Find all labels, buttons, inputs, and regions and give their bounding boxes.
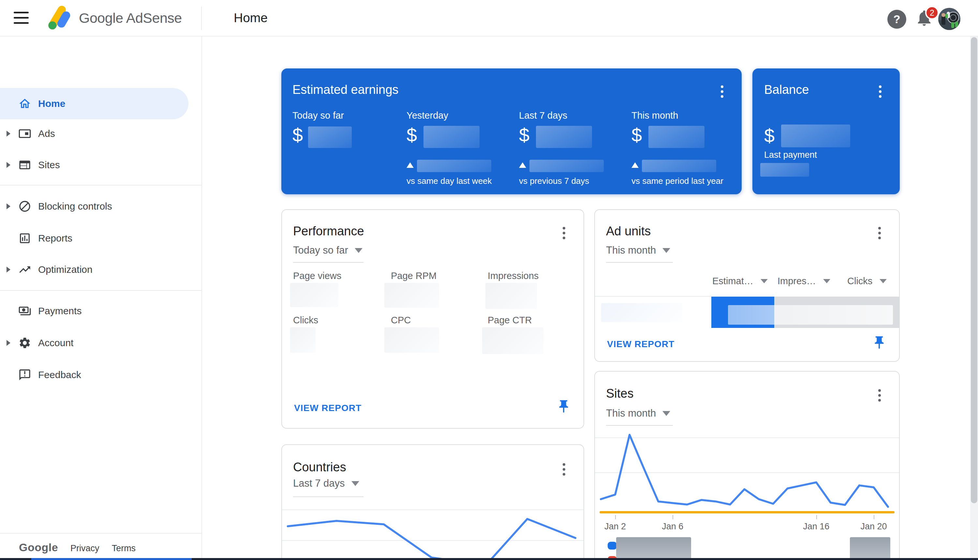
terms-link[interactable]: Terms: [112, 543, 136, 553]
redacted-legend-value: [850, 537, 890, 560]
chevron-right-icon: [7, 131, 10, 137]
chevron-down-icon: [662, 248, 670, 253]
x-tick-label: Jan 20: [860, 522, 887, 532]
sites-line-chart: [601, 435, 888, 512]
more-options-icon[interactable]: [872, 225, 887, 244]
sidebar-item-blocking-controls[interactable]: Blocking controls: [0, 191, 202, 222]
comparison-note: vs previous 7 days: [519, 176, 589, 186]
ads-icon: [18, 127, 31, 140]
redacted-metric-value: [290, 327, 316, 353]
sort-column-estimated[interactable]: Estimat…: [712, 276, 768, 287]
sidebar-item-label: Home: [38, 88, 65, 119]
adsense-home-page: Google AdSense Home ? 2: [0, 0, 978, 560]
pin-icon[interactable]: [556, 399, 572, 415]
logo-text: Google AdSense: [79, 10, 182, 26]
x-tick-mark: [816, 515, 817, 519]
period-dropdown[interactable]: This month: [606, 245, 670, 256]
adsense-logo[interactable]: Google AdSense: [43, 0, 182, 36]
chevron-right-icon: [7, 203, 10, 209]
currency-symbol: $: [764, 125, 775, 147]
x-tick-mark: [874, 515, 874, 519]
period-dropdown[interactable]: This month: [606, 407, 670, 419]
pin-icon[interactable]: [872, 335, 887, 351]
gear-icon: [18, 337, 31, 350]
chevron-down-icon: [662, 411, 670, 416]
period-dropdown-label: Today so far: [293, 245, 348, 256]
chevron-down-icon: [355, 248, 363, 253]
window-bottom-edge: [0, 558, 978, 560]
sidebar-item-feedback[interactable]: Feedback: [0, 359, 202, 390]
metric-label-cpc: CPC: [391, 315, 411, 326]
x-tick-label: Jan 16: [803, 522, 829, 532]
redacted-balance: [781, 125, 850, 147]
sidebar-item-reports[interactable]: Reports: [0, 223, 202, 254]
dropdown-underline: [606, 425, 673, 426]
chart-x-ticks: Jan 2Jan 6Jan 16Jan 20: [601, 515, 888, 535]
privacy-link[interactable]: Privacy: [70, 543, 100, 553]
redacted-delta: [530, 160, 604, 172]
currency-symbol: $: [292, 124, 303, 146]
sidebar-item-home[interactable]: Home: [0, 88, 188, 119]
sidebar-item-label: Payments: [38, 295, 82, 327]
scrollbar-thumb[interactable]: [971, 37, 977, 503]
chevron-right-icon: [7, 267, 10, 273]
sidebar-footer: Google Privacy Terms: [19, 541, 136, 554]
period-dropdown[interactable]: Today so far: [293, 245, 363, 256]
more-options-icon[interactable]: [556, 461, 572, 480]
row-divider: [595, 296, 711, 297]
avatar[interactable]: [938, 8, 960, 30]
google-wordmark: Google: [19, 541, 58, 554]
sidebar-item-sites[interactable]: Sites: [0, 149, 202, 181]
hamburger-menu-icon[interactable]: [14, 12, 29, 24]
period-dropdown-label: This month: [606, 407, 656, 419]
metric-label-page-views: Page views: [293, 270, 342, 281]
legend-chip-blue: [608, 542, 617, 550]
card-title: Sites: [606, 387, 633, 401]
card-title: Ad units: [606, 224, 651, 238]
redacted-metric-value: [482, 327, 543, 354]
x-tick-mark: [673, 515, 673, 519]
bottom-edge-blue-segment: [31, 558, 192, 560]
chevron-down-icon: [761, 279, 768, 283]
view-report-link[interactable]: VIEW REPORT: [294, 403, 362, 413]
metric-label-clicks: Clicks: [293, 315, 318, 326]
performance-card: Performance Today so far Page views Page…: [282, 209, 584, 428]
block-icon: [18, 200, 31, 213]
sidebar-item-label: Feedback: [38, 359, 81, 390]
feedback-icon: [18, 368, 31, 382]
sidebar-item-account[interactable]: Account: [0, 327, 202, 358]
top-app-bar: Google AdSense Home ? 2: [0, 0, 978, 37]
card-title: Performance: [293, 224, 364, 238]
sidebar-divider: [0, 185, 202, 185]
sidebar-item-payments[interactable]: Payments: [0, 295, 202, 327]
earnings-period-label: Last 7 days: [519, 110, 567, 121]
sites-icon: [18, 158, 31, 172]
more-options-icon[interactable]: [872, 83, 888, 102]
chart-x-axis: [600, 511, 895, 513]
comparison-note: vs same day last week: [407, 176, 492, 186]
sites-card: Sites This month Jan 2Jan 6Jan 16Jan 20: [594, 371, 900, 560]
ad-units-card: Ad units This month Estimat… Impres… Cli…: [594, 209, 900, 362]
earnings-column-yesterday: Yesterday $ vs same day last week: [407, 68, 514, 194]
dropdown-underline: [606, 262, 673, 263]
sort-column-clicks[interactable]: Clicks: [847, 276, 887, 287]
sidebar-item-optimization[interactable]: Optimization: [0, 254, 202, 285]
comparison-note: vs same period last year: [631, 176, 723, 186]
earnings-column-today: Today so far $: [292, 68, 400, 194]
currency-symbol: $: [519, 124, 530, 146]
help-icon[interactable]: ?: [887, 10, 906, 29]
sidebar-item-ads[interactable]: Ads: [0, 118, 202, 149]
period-dropdown[interactable]: Last 7 days: [293, 478, 359, 489]
period-dropdown-label: Last 7 days: [293, 478, 345, 489]
redacted-ad-unit-name: [601, 303, 682, 322]
chevron-down-icon: [352, 481, 359, 486]
notifications-bell-icon[interactable]: 2: [915, 8, 936, 31]
sidebar-footer-divider: [0, 533, 202, 533]
redacted-delta: [642, 160, 716, 172]
view-report-link[interactable]: VIEW REPORT: [607, 339, 675, 350]
more-options-icon[interactable]: [556, 225, 572, 244]
sidebar-item-label: Sites: [38, 149, 60, 181]
sort-column-impressions[interactable]: Impres…: [778, 276, 830, 287]
metric-label-impressions: Impressions: [488, 270, 538, 281]
more-options-icon[interactable]: [872, 387, 887, 406]
